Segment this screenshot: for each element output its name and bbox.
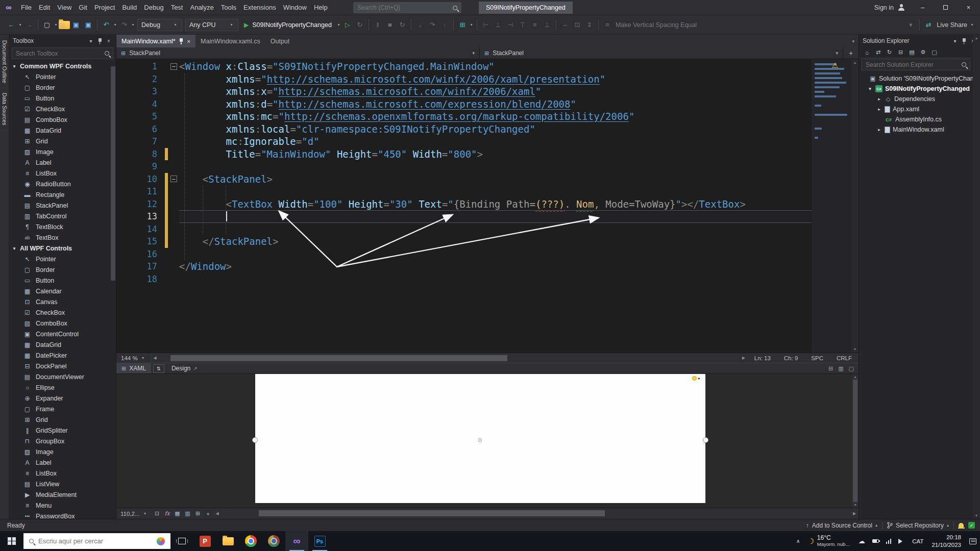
toolbox-item-border[interactable]: ▢Border: [9, 82, 116, 93]
toolbox-item-grid[interactable]: ⊞Grid: [9, 414, 116, 425]
solution-platforms-dropdown[interactable]: Any CPU▾: [185, 19, 238, 31]
code-line-11[interactable]: 11: [116, 185, 812, 198]
swap-panes-icon[interactable]: ⇅: [153, 364, 164, 373]
code-line-8[interactable]: 8 Title="MainWindow" Height="450" Width=…: [116, 148, 812, 161]
editor-horizontal-scrollbar[interactable]: [159, 353, 740, 363]
toolbox-item-mediaelement[interactable]: ▶MediaElement: [9, 489, 116, 500]
restart-icon[interactable]: ↻: [396, 19, 408, 31]
menu-window[interactable]: Window: [280, 0, 310, 15]
tree-item-assemblyinfo-cs[interactable]: C#AssemblyInfo.cs: [859, 114, 973, 124]
toolbox-item-combobox[interactable]: ▤ComboBox: [9, 114, 116, 125]
start-without-debugging-icon[interactable]: ▷: [341, 19, 354, 31]
onedrive-icon[interactable]: ☁: [855, 531, 869, 551]
volume-icon[interactable]: [895, 531, 909, 551]
menu-build[interactable]: Build: [118, 0, 140, 15]
hidden-icons-chevron[interactable]: ∧: [793, 531, 803, 551]
dropdown-caret-icon[interactable]: ▾: [17, 22, 23, 27]
tree-item-solution-s09inotifypropertychanged[interactable]: ▣Solution 'S09INotifyPropertyChanged': [859, 73, 973, 84]
navigate-back-icon[interactable]: ←: [5, 19, 17, 31]
toolbox-item-button[interactable]: ▭Button: [9, 275, 116, 286]
toolbox-item-image[interactable]: ▨Image: [9, 146, 116, 157]
dropdown-caret-icon[interactable]: ▾: [469, 22, 474, 27]
scroll-down-icon[interactable]: ▼: [853, 347, 857, 351]
save-icon[interactable]: ▣: [70, 19, 82, 31]
toolbox-item-dockpanel[interactable]: ⊟DockPanel: [9, 361, 116, 371]
weather-widget[interactable]: ☽ 16°C Mayorm. nubla...: [803, 535, 854, 547]
code-line-5[interactable]: 5 xmlns:mc="http://schemas.openxmlformat…: [116, 110, 812, 123]
navigate-forward-icon[interactable]: →: [23, 19, 35, 31]
file-explorer-icon[interactable]: [216, 531, 239, 551]
scroll-left-icon[interactable]: ◀: [151, 356, 159, 360]
toolbox-item-listview[interactable]: ▤ListView: [9, 479, 116, 489]
toggle-snapping-icon[interactable]: ▥: [183, 510, 193, 517]
menu-file[interactable]: File: [17, 0, 35, 15]
toolbox-item-button[interactable]: ▭Button: [9, 93, 116, 104]
tab-mainwindow-xaml[interactable]: MainWindow.xaml*×: [116, 35, 195, 47]
same-height-icon[interactable]: ⇕: [583, 19, 596, 31]
solution-configurations-dropdown[interactable]: Debug▾: [137, 19, 182, 31]
task-view-button[interactable]: [170, 531, 193, 551]
dropdown-caret-icon[interactable]: ▾: [130, 22, 136, 27]
scrollbar-thumb[interactable]: [853, 380, 857, 502]
split-horizontal-icon[interactable]: ⊟: [828, 365, 833, 372]
toolbox-item-grid[interactable]: ⊞Grid: [9, 136, 116, 146]
show-annotations-icon[interactable]: ⊞: [193, 510, 203, 517]
toolbar-options-icon[interactable]: ▾: [904, 19, 917, 31]
show-all-files-icon[interactable]: ▤: [907, 49, 917, 56]
tree-item-mainwindow-xaml[interactable]: ▸MainWindow.xaml: [859, 124, 973, 135]
toolbox-item-listbox[interactable]: ≡ListBox: [9, 468, 116, 479]
code-line-12[interactable]: 12 <TextBox Width="100" Height="30" Text…: [116, 198, 812, 211]
save-all-icon[interactable]: ▣: [82, 19, 94, 31]
code-line-14[interactable]: 14: [116, 223, 812, 236]
start-button[interactable]: [0, 531, 23, 551]
visual-studio-icon[interactable]: ∞: [285, 531, 308, 551]
effects-icon[interactable]: fx: [162, 510, 173, 517]
align-tops-icon[interactable]: ⊤: [517, 19, 529, 31]
expander-icon[interactable]: ▸: [876, 96, 882, 102]
menu-view[interactable]: View: [54, 0, 75, 15]
solution-explorer-scrollbar[interactable]: ▲ ▼: [973, 35, 980, 519]
dropdown-caret-icon[interactable]: ▾: [969, 22, 975, 27]
code-line-15[interactable]: 15 </StackPanel>: [116, 235, 812, 248]
pin-icon[interactable]: [97, 38, 102, 44]
toolbox-item-ellipse[interactable]: ○Ellipse: [9, 382, 116, 393]
align-centers-icon[interactable]: ⊥: [492, 19, 504, 31]
menu-debug[interactable]: Debug: [140, 0, 167, 15]
align-lefts-icon[interactable]: ⊢: [480, 19, 492, 31]
toolbox-item-label[interactable]: ALabel: [9, 157, 116, 168]
toolbox-item-checkbox[interactable]: ☑CheckBox: [9, 307, 116, 318]
close-icon[interactable]: ×: [187, 38, 190, 44]
refresh-icon[interactable]: ↻: [885, 49, 894, 56]
sign-in-button[interactable]: Sign in: [868, 0, 911, 15]
find-in-files-icon[interactable]: ⊞: [456, 19, 469, 31]
battery-icon[interactable]: [869, 531, 883, 551]
code-line-6[interactable]: 6 xmlns:local="clr-namespace:S09INotifyP…: [116, 123, 812, 136]
editor-vertical-scrollbar[interactable]: ▲ ▼: [851, 59, 859, 353]
menu-project[interactable]: Project: [91, 0, 118, 15]
tree-item-app-xaml[interactable]: ▸App.xaml: [859, 104, 973, 114]
chrome-profile-icon[interactable]: [262, 531, 285, 551]
undo-icon[interactable]: ↶: [100, 19, 112, 31]
solution-explorer-search[interactable]: [862, 59, 970, 70]
stop-debugging-icon[interactable]: ■: [384, 19, 396, 31]
dropdown-caret-icon[interactable]: ▾: [336, 22, 341, 27]
xaml-view-tab[interactable]: ⊞ XAML: [116, 363, 151, 373]
design-vertical-scrollbar[interactable]: ▲ ▼: [852, 374, 859, 508]
scroll-up-icon[interactable]: ▲: [853, 375, 857, 379]
toolbox-item-passwordbox[interactable]: •••PasswordBox: [9, 511, 116, 519]
open-file-icon[interactable]: ▤: [59, 21, 70, 29]
photoshop-icon[interactable]: Ps: [308, 531, 331, 551]
quick-search-input[interactable]: [357, 4, 449, 11]
search-highlights-icon[interactable]: [157, 537, 165, 545]
network-icon[interactable]: [883, 531, 895, 551]
make-vertical-spacing-equal-icon[interactable]: ≡: [601, 19, 614, 31]
scroll-down-icon[interactable]: ▼: [975, 514, 978, 517]
menu-tools[interactable]: Tools: [217, 0, 240, 15]
toolbox-section-all-wpf-controls[interactable]: ▾All WPF Controls: [9, 243, 116, 254]
design-window-preview[interactable]: ▸: [255, 374, 705, 503]
redo-icon[interactable]: ↷: [118, 19, 130, 31]
toolbox-item-rectangle[interactable]: ▬Rectangle: [9, 189, 116, 200]
toolbox-item-label[interactable]: ALabel: [9, 457, 116, 468]
chrome-icon[interactable]: [239, 531, 262, 551]
properties-icon[interactable]: ⚙: [918, 49, 928, 56]
